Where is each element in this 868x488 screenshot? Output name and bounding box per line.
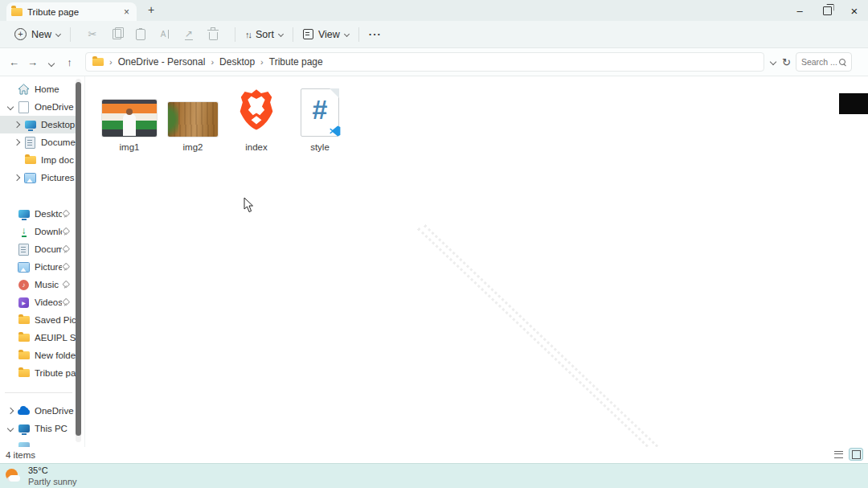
- chevron-down-icon: [278, 31, 284, 37]
- file-name: style: [289, 142, 351, 152]
- sidebar-divider: [5, 392, 72, 393]
- close-button[interactable]: ×: [841, 0, 868, 21]
- downloads-icon: ↓: [22, 226, 27, 237]
- sidebar-item-label: OneDrive - Perso: [35, 102, 77, 112]
- desktop-icon: [18, 210, 30, 218]
- share-button[interactable]: ↗: [177, 29, 201, 40]
- partly-sunny-icon: [5, 468, 23, 486]
- music-icon: ♪: [18, 280, 29, 290]
- divider: [235, 27, 235, 42]
- more-options-button[interactable]: ···: [369, 28, 382, 40]
- minimize-button[interactable]: –: [786, 0, 813, 21]
- chevron-down-icon: [55, 31, 61, 37]
- sidebar-pinned-videos[interactable]: ▶ Videos: [0, 293, 77, 311]
- hash-glyph: #: [301, 96, 338, 123]
- view-button[interactable]: View: [303, 29, 349, 40]
- paste-button[interactable]: [129, 29, 153, 40]
- breadcrumb-item-desktop[interactable]: Desktop: [219, 56, 255, 68]
- sort-button[interactable]: ↑↓ Sort: [245, 29, 283, 40]
- sidebar-item-home[interactable]: Home: [0, 80, 77, 98]
- item-count: 4 items: [6, 450, 35, 460]
- paste-icon: [136, 29, 145, 40]
- sidebar-item-this-pc[interactable]: This PC: [0, 420, 77, 437]
- sidebar-folder-new-folder[interactable]: New folder: [0, 347, 77, 364]
- chevron-down-icon: [47, 59, 54, 66]
- pin-icon: [62, 263, 70, 271]
- sidebar-pinned-desktop[interactable]: Desktop: [0, 205, 77, 223]
- new-button[interactable]: + New: [14, 28, 60, 40]
- sidebar-item-documents[interactable]: Documents: [0, 133, 77, 151]
- documents-icon: [25, 137, 35, 149]
- sidebar-item-imp-doc[interactable]: Imp doc: [0, 151, 77, 169]
- breadcrumb-item-tribute-page[interactable]: Tribute page: [269, 56, 323, 68]
- tab-close-icon[interactable]: ×: [121, 6, 132, 18]
- rename-button[interactable]: A: [153, 30, 177, 39]
- sidebar-pinned-documents[interactable]: Documents: [0, 240, 77, 258]
- file-img2[interactable]: img2: [162, 84, 224, 152]
- sidebar-item-label: Home: [35, 84, 77, 94]
- divider: [293, 27, 293, 42]
- chevron-collapsed-icon[interactable]: [14, 121, 20, 128]
- sidebar-folder-tribute-page[interactable]: Tribute page: [0, 364, 77, 382]
- sidebar-item-label: AEUIPL STR BILL: [35, 333, 77, 342]
- pictures-icon: [18, 262, 30, 273]
- sidebar-folder-aeuipl-str-bill[interactable]: AEUIPL STR BILL: [0, 329, 77, 347]
- search-input[interactable]: Search ...: [796, 52, 852, 72]
- weather-widget[interactable]: 35°C Partly sunny: [5, 465, 77, 488]
- sidebar-pinned-music[interactable]: ♪ Music: [0, 276, 77, 293]
- chevron-down-icon: [344, 31, 350, 37]
- refresh-button[interactable]: ↻: [782, 56, 791, 68]
- sidebar-folder-saved-pictures[interactable]: Saved Pictures: [0, 311, 77, 329]
- file-img1[interactable]: img1: [98, 84, 161, 152]
- sidebar-item-pictures[interactable]: Pictures: [0, 169, 77, 187]
- large-icons-view-button[interactable]: [849, 448, 863, 461]
- this-pc-icon: [18, 424, 30, 433]
- folder-icon: [18, 334, 30, 342]
- sidebar-item-onedrive[interactable]: OneDrive: [0, 402, 77, 420]
- divider: [358, 27, 359, 42]
- file-index[interactable]: index: [225, 84, 288, 152]
- forward-button[interactable]: →: [23, 56, 42, 68]
- new-tab-button[interactable]: +: [148, 3, 154, 16]
- file-list-area[interactable]: img1 img2 index: [84, 76, 868, 447]
- back-button[interactable]: ←: [5, 56, 23, 68]
- chevron-expanded-icon[interactable]: [7, 425, 14, 432]
- tab-title: Tribute page: [27, 7, 121, 17]
- breadcrumb-separator: ›: [260, 57, 264, 67]
- chevron-collapsed-icon[interactable]: [14, 174, 20, 181]
- chevron-expanded-icon[interactable]: [7, 104, 14, 110]
- sidebar-item-partial[interactable]: [0, 437, 77, 447]
- file-style[interactable]: # style: [289, 84, 351, 152]
- sidebar-item-label: Desktop: [41, 120, 77, 129]
- chevron-collapsed-icon[interactable]: [7, 408, 14, 414]
- sidebar-item-label: Music: [35, 280, 62, 289]
- view-icon: [303, 29, 313, 39]
- pin-icon: [62, 245, 70, 253]
- sidebar-pinned-pictures[interactable]: Pictures: [0, 258, 77, 276]
- recent-locations-button[interactable]: [42, 56, 60, 68]
- breadcrumb-item-onedrive[interactable]: OneDrive - Personal: [118, 56, 206, 68]
- sort-arrows-icon: ↑↓: [245, 30, 251, 39]
- breadcrumb[interactable]: › OneDrive - Personal › Desktop › Tribut…: [85, 52, 764, 72]
- sidebar-item-label: Desktop: [35, 209, 62, 219]
- mouse-cursor: [244, 197, 255, 213]
- address-dropdown-icon[interactable]: [770, 59, 776, 65]
- sidebar-pinned-downloads[interactable]: ↓ Downloads: [0, 223, 77, 240]
- folder-icon: [25, 156, 36, 164]
- sidebar-item-desktop[interactable]: Desktop: [0, 116, 77, 133]
- cut-button[interactable]: ✂: [80, 28, 104, 40]
- sidebar-item-onedrive-personal[interactable]: OneDrive - Perso: [0, 98, 77, 116]
- restore-button[interactable]: [813, 0, 841, 21]
- documents-icon: [18, 244, 29, 256]
- sidebar-item-label: Documents: [41, 137, 77, 147]
- sidebar-scrollbar-thumb[interactable]: [76, 82, 81, 436]
- up-button[interactable]: ↑: [60, 56, 79, 68]
- delete-button[interactable]: [201, 29, 225, 40]
- tab-tribute-page[interactable]: Tribute page ×: [6, 2, 137, 21]
- copy-button[interactable]: [104, 29, 129, 39]
- chevron-collapsed-icon[interactable]: [14, 139, 20, 146]
- trash-icon: [209, 32, 218, 40]
- details-view-button[interactable]: [831, 448, 845, 461]
- sidebar-item-label: This PC: [35, 424, 77, 433]
- section-gap: [0, 187, 84, 205]
